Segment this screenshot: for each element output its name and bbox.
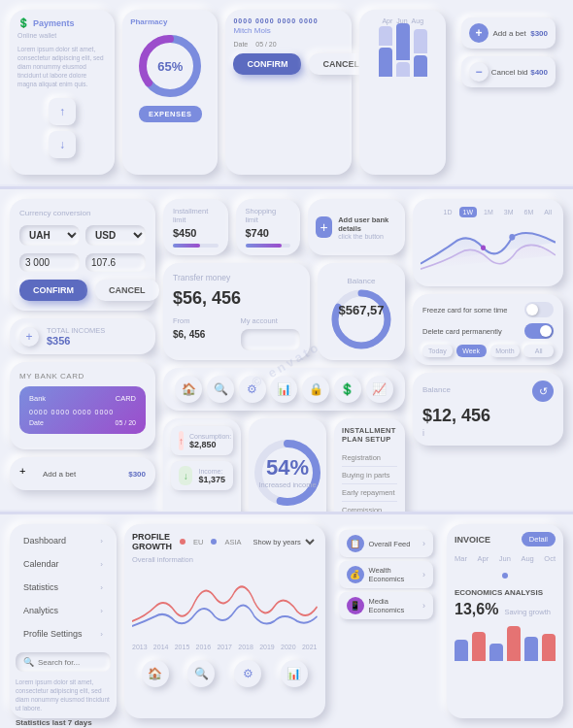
confirm-button[interactable]: CONFIRM [233, 53, 301, 75]
from-currency-select[interactable]: UAHUSDEUR [19, 225, 80, 246]
transfer-balance-row: Transfer money $56, 456 From $6, 456 My … [163, 263, 405, 360]
pg-title: PROFILE GROWTH [132, 532, 172, 551]
sidebar-item-profile[interactable]: Profile Settings› [16, 623, 111, 645]
currency-cancel-button[interactable]: CANCEL [95, 280, 159, 301]
feed-item-media[interactable]: 📱 Media Economics › [339, 592, 433, 619]
tab-all[interactable]: All [540, 207, 556, 217]
to-currency-select[interactable]: USDUAHEUR [85, 225, 146, 246]
bar-apr-light [379, 26, 392, 46]
sidebar-item-dashboard[interactable]: Dashboard› [16, 530, 111, 551]
home-icon-bottom[interactable]: 🏠 [142, 660, 169, 687]
invoice-title: INVOICE [455, 535, 490, 545]
installment-bar-track [173, 244, 219, 248]
home-icon[interactable]: 🏠 [175, 376, 202, 403]
mid-center-panel: Installment limit $450 Shopping limit $7… [163, 199, 405, 500]
bars-chart [367, 28, 438, 77]
delete-toggle-knob [540, 325, 552, 337]
invoice-dot-row [455, 573, 556, 579]
currency-confirm-button[interactable]: CONFIRM [19, 280, 87, 301]
balance-donut-box: Balance $567,57 [318, 263, 405, 360]
plan-item-buying[interactable]: Buying in parts [342, 467, 397, 484]
search-icon[interactable]: 🔍 [207, 376, 234, 403]
chart-icon-bottom[interactable]: 📊 [281, 660, 308, 687]
amount-row [19, 253, 146, 272]
cancel-bid-label: Cancel bid [491, 68, 528, 77]
balance-amount-overlay: $567,57 [339, 303, 385, 317]
from-amount-input[interactable] [19, 253, 80, 272]
pg-years: 2013 2014 2015 2016 2017 2018 2019 2020 … [132, 644, 318, 650]
lock-icon[interactable]: 🔒 [302, 376, 329, 403]
search-icon-bottom[interactable]: 🔍 [187, 660, 215, 687]
period-week[interactable]: Week [456, 345, 487, 357]
detail-button[interactable]: Detail [522, 532, 556, 546]
delete-toggle[interactable] [524, 323, 554, 339]
tab-3m[interactable]: 3M [500, 207, 518, 217]
freeze-toggle-row: Freeze card for some time [422, 302, 554, 317]
econ-bar-2 [472, 632, 486, 661]
balance-donut-chart [327, 285, 395, 353]
credit-card-widget: 0000 0000 0000 0000 Mitch Mols Date 05 /… [225, 10, 352, 175]
invoice-panel: INVOICE Detail Mar Apr Jun Aug Oct ECONO… [447, 524, 563, 718]
to-amount-input[interactable] [85, 253, 146, 272]
income-amount: $1,375 [198, 475, 225, 484]
income-icon: ↓ [179, 466, 192, 485]
invoice-months: Mar Apr Jun Aug Oct [455, 554, 556, 563]
period-today[interactable]: Today [422, 345, 453, 357]
chart-icon[interactable]: 📊 [270, 376, 297, 403]
tab-1d[interactable]: 1D [440, 207, 456, 217]
account-select-input[interactable] [241, 329, 301, 350]
tab-1m[interactable]: 1M [480, 207, 497, 217]
sidebar-item-calendar[interactable]: Calendar› [16, 553, 111, 575]
online-wallet-label: Online wallet [17, 32, 107, 39]
settings-icon[interactable]: ⚙ [239, 376, 266, 403]
period-month[interactable]: Month [490, 345, 521, 357]
add-bet-box[interactable]: + Add a bet $300 [10, 457, 155, 490]
gear-icon-bottom[interactable]: ⚙ [234, 660, 261, 687]
donut-chart: 65% [136, 32, 204, 100]
add-bet-row[interactable]: + Add a bet $300 [461, 17, 556, 49]
consumption-icon: ↑ [179, 431, 184, 450]
feed-item-wealth[interactable]: 💰 Wealth Economics › [339, 561, 433, 588]
payment-card-widget: 💲 Payments Online wallet Lorem ipsum dol… [10, 10, 115, 175]
transfer-from: From $6, 456 [173, 316, 233, 350]
stats-label: Statistics last 7 days [16, 718, 111, 727]
from-value: $6, 456 [173, 329, 233, 340]
cc-name: Mitch Mols [233, 26, 344, 35]
big-donut-box: 54% Increased income [249, 418, 326, 526]
trend-icon[interactable]: 📈 [366, 376, 393, 403]
time-tabs: 1D 1W 1M 3M 6M All [421, 207, 556, 217]
big-donut-label: Increased income [258, 480, 316, 489]
dollar-icon[interactable]: 💲 [334, 376, 361, 403]
cancel-bid-row[interactable]: − Cancel bid $400 [461, 56, 556, 87]
balance-amount: $567,57 [339, 303, 385, 317]
total-incomes-info: TOTAL INCOMES $356 [47, 326, 105, 347]
arrow-down-button[interactable]: ↓ [49, 131, 76, 158]
plan-item-registration[interactable]: Registration [342, 449, 397, 467]
freeze-toggle[interactable] [524, 302, 554, 317]
show-by-select[interactable]: Show by years [250, 537, 318, 547]
econ-bar-1 [455, 640, 468, 661]
tab-1w[interactable]: 1W [459, 207, 478, 217]
period-all[interactable]: All [523, 345, 554, 357]
sidebar-item-statistics[interactable]: Statistics› [16, 577, 111, 598]
add-user-bank-box[interactable]: + Add user bank details click the button [308, 199, 405, 255]
search-input[interactable] [38, 658, 106, 667]
bottom-section: Dashboard› Calendar› Statistics› Analyti… [0, 514, 573, 728]
economics-pct: 13,6% [455, 601, 498, 618]
sidebar-item-analytics[interactable]: Analytics› [16, 600, 111, 621]
econ-bar-6 [542, 634, 556, 661]
tab-6m[interactable]: 6M [520, 207, 537, 217]
add-bet-left: + Add a bet [19, 465, 76, 482]
installment-plan-box: INSTALLMENT PLAN SETUP Registration Buyi… [334, 418, 405, 526]
balance-info-icon[interactable]: ↺ [532, 381, 554, 402]
plan-item-repayment[interactable]: Early repayment [342, 484, 397, 502]
date-value: 05 / 20 [255, 41, 276, 48]
expenses-button[interactable]: EXPENSES [139, 106, 201, 122]
mid-section: Currency conversion UAHUSDEUR USDUAHEUR … [0, 189, 573, 510]
add-icon: + [469, 23, 489, 43]
search-box[interactable]: 🔍 [16, 652, 111, 672]
cons-income-box: ↑ Consumption: $2,850 ↓ Income: $1,375 [163, 418, 241, 526]
arrow-up-button[interactable]: ↑ [49, 98, 76, 125]
feed-item-overall[interactable]: 📋 Overall Feed › [339, 530, 433, 557]
profile-growth-chart [132, 568, 318, 636]
